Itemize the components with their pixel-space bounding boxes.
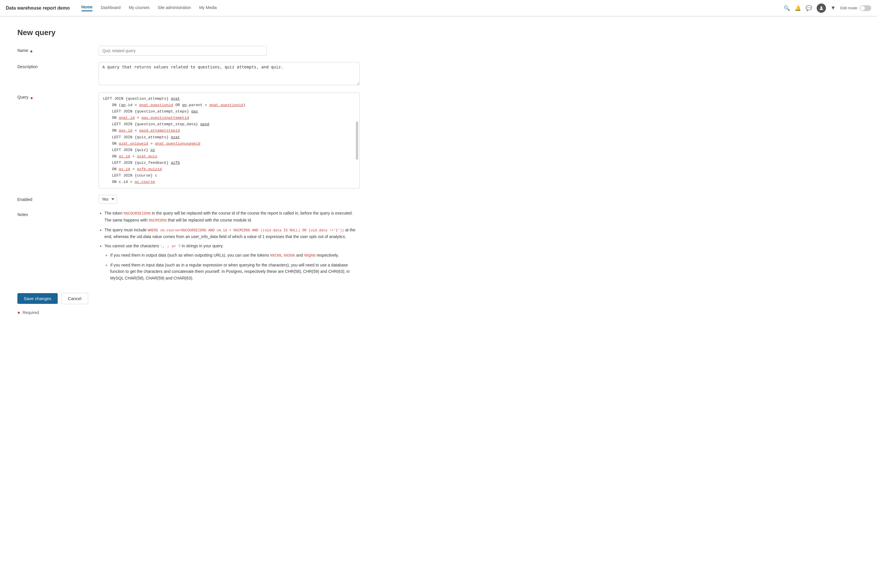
enabled-field: Yes No (99, 195, 360, 204)
enabled-select[interactable]: Yes No (99, 195, 117, 204)
notes-item-3: You cannot use the characters :, ; or ? … (104, 243, 360, 281)
save-button[interactable]: Save changes (17, 293, 58, 304)
notes-item-1: The token %%COURSEID%% in the query will… (104, 210, 360, 224)
button-row: Save changes Cancel (17, 293, 360, 304)
query-row: Query ● LEFT JOIN {question_attempts} qn… (17, 93, 360, 189)
name-label: Name ● (17, 46, 99, 54)
query-display: LEFT JOIN {question_attempts} qnat ON (q… (99, 93, 360, 189)
notes-item1-prefix: The token (104, 211, 123, 215)
notes-row: Notes The token %%COURSEID%% in the quer… (17, 210, 360, 284)
edit-mode-label: Edit mode (840, 6, 857, 10)
name-required-icon: ● (30, 49, 33, 54)
notes-item3-suffix: in strings in your query. (181, 243, 224, 248)
page-title: New query (17, 28, 360, 37)
enabled-row: Enabled Yes No (17, 195, 360, 204)
notes-item1-suffix: that will be replaced with the course mo… (167, 218, 252, 222)
notes-subitem-1: If you need them in output data (such as… (110, 252, 360, 259)
description-row: Description (17, 62, 360, 86)
site-brand: Data warehouse report demo (6, 6, 70, 11)
query-label: Query ● (17, 93, 99, 100)
nav-siteadmin[interactable]: Site administration (158, 5, 191, 11)
query-field: LEFT JOIN {question_attempts} qnat ON (q… (99, 93, 360, 189)
name-row: Name ● (17, 46, 360, 56)
notes-content: The token %%COURSEID%% in the query will… (99, 210, 360, 284)
edit-mode-toggle[interactable]: Edit mode (840, 5, 871, 11)
notes-subitem-2: If you need them in input data (such as … (110, 262, 360, 281)
svg-point-0 (820, 6, 822, 8)
enabled-label: Enabled (17, 195, 99, 202)
query-required-icon: ● (30, 95, 33, 100)
name-input[interactable] (99, 46, 267, 56)
notes-list: The token %%COURSEID%% in the query will… (99, 210, 360, 281)
chat-icon[interactable]: 💬 (806, 5, 812, 11)
nav-home[interactable]: Home (81, 4, 93, 11)
description-label: Description (17, 62, 99, 69)
notes-sub1-prefix: If you need them in output data (such as… (110, 253, 270, 258)
notes-sublist: If you need them in output data (such as… (104, 252, 360, 281)
nav-mymedia[interactable]: My Media (199, 5, 217, 11)
notes-chars: :, ; or ? (161, 244, 181, 249)
main-content: New query Name ● Description Query ● LEF… (0, 16, 377, 333)
notes-sub1-t1: %%C%% (270, 254, 282, 258)
notes-item3-prefix: You cannot use the characters (104, 243, 161, 248)
notes-token-cmid: %%CMID%% (149, 218, 167, 223)
navbar-right: 🔍 🔔 💬 ▼ Edit mode (784, 3, 871, 13)
edit-mode-switch[interactable] (860, 5, 871, 11)
cancel-button[interactable]: Cancel (61, 293, 88, 304)
search-icon[interactable]: 🔍 (784, 5, 790, 11)
nav-mycourses[interactable]: My courses (129, 5, 150, 11)
notes-label: Notes (17, 210, 99, 217)
description-field (99, 62, 360, 86)
toggle-knob (860, 6, 865, 10)
user-menu-chevron[interactable]: ▼ (830, 5, 836, 11)
scrollbar[interactable] (356, 122, 358, 160)
notes-item-2: The query must include WHERE cm.course=%… (104, 227, 360, 240)
user-avatar[interactable] (817, 3, 826, 13)
notes-item2-prefix: The query must include (104, 228, 148, 232)
required-note-icon: ● (17, 310, 20, 315)
notes-sub1-t3: %%Q%% (304, 254, 315, 258)
required-note: ● Required (17, 310, 360, 315)
required-note-label: Required (23, 310, 39, 315)
name-field (99, 46, 360, 56)
bell-icon[interactable]: 🔔 (794, 5, 801, 11)
navbar: Data warehouse report demo Home Dashboar… (0, 0, 877, 16)
notes-token-courseid: %%COURSEID%% (123, 212, 151, 216)
nav-links: Home Dashboard My courses Site administr… (81, 4, 784, 11)
nav-dashboard[interactable]: Dashboard (101, 5, 121, 11)
notes-sub1-suffix: respectively. (315, 253, 339, 258)
notes-where-clause: WHERE cm.course=%%COURSEID%% AND cm.id =… (148, 228, 344, 232)
notes-sub1-t2: %%S%% (284, 254, 295, 258)
description-textarea[interactable] (99, 62, 360, 85)
